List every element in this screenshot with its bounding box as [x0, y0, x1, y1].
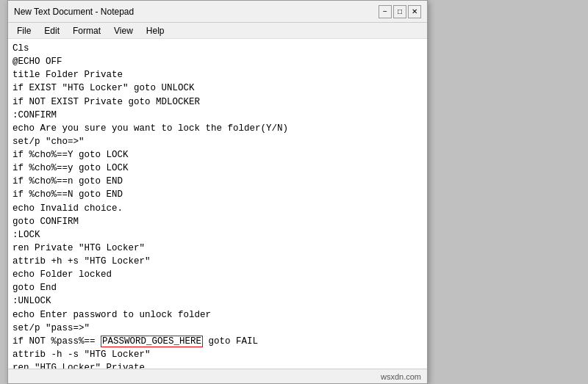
code-line: echo Invalid choice. [12, 202, 423, 215]
code-line: if NOT %pass%== PASSWORD_GOES_HERE goto … [12, 335, 423, 348]
code-line: echo Folder locked [12, 268, 423, 281]
code-line: if %cho%==N goto END [12, 188, 423, 201]
status-text: wsxdn.com [381, 372, 421, 381]
title-bar: New Text Document - Notepad − □ ✕ [8, 1, 427, 23]
code-content: Cls@ECHO OFFtitle Folder Privateif EXIST… [12, 42, 423, 369]
status-bar: wsxdn.com [8, 369, 427, 383]
code-line: :CONFIRM [12, 109, 423, 122]
menu-item-view[interactable]: View [108, 24, 139, 37]
menu-bar: FileEditFormatViewHelp [8, 23, 427, 39]
code-line: :LOCK [12, 228, 423, 242]
code-line: Cls [12, 42, 423, 55]
code-line: :UNLOCK [12, 294, 423, 308]
text-editor[interactable]: Cls@ECHO OFFtitle Folder Privateif EXIST… [8, 39, 427, 369]
code-line: if %cho%==n goto END [12, 175, 423, 188]
code-line: if EXIST "HTG Locker" goto UNLOCK [12, 81, 423, 95]
code-line: title Folder Private [12, 68, 423, 81]
code-line: if %cho%==Y goto LOCK [12, 148, 423, 162]
notepad-window: New Text Document - Notepad − □ ✕ FileEd… [7, 0, 428, 384]
code-line: ren "HTG Locker" Private [12, 361, 423, 369]
code-line: attrib -h -s "HTG Locker" [12, 348, 423, 361]
close-button[interactable]: ✕ [408, 5, 421, 18]
maximize-button[interactable]: □ [393, 5, 406, 18]
code-line: set/p "cho=>" [12, 135, 423, 148]
menu-item-help[interactable]: Help [140, 24, 171, 37]
password-placeholder: PASSWORD_GOES_HERE [101, 336, 203, 347]
window-title: New Text Document - Notepad [14, 7, 134, 17]
menu-item-file[interactable]: File [11, 24, 37, 37]
code-line: echo Enter password to unlock folder [12, 308, 423, 322]
code-line: attrib +h +s "HTG Locker" [12, 255, 423, 268]
menu-item-format[interactable]: Format [67, 24, 107, 37]
code-line: goto CONFIRM [12, 215, 423, 228]
code-line: set/p "pass=>" [12, 322, 423, 335]
code-line: if NOT EXIST Private goto MDLOCKER [12, 95, 423, 109]
menu-item-edit[interactable]: Edit [38, 24, 65, 37]
code-line: goto End [12, 281, 423, 294]
code-line: @ECHO OFF [12, 55, 423, 68]
window-controls: − □ ✕ [379, 5, 421, 18]
code-line: echo Are you sure you want to lock the f… [12, 122, 423, 135]
minimize-button[interactable]: − [379, 5, 392, 18]
code-line: ren Private "HTG Locker" [12, 242, 423, 255]
code-line: if %cho%==y goto LOCK [12, 162, 423, 175]
